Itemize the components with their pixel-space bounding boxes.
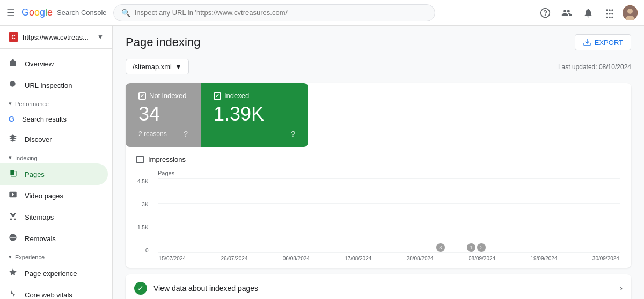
- help-icon[interactable]: [537, 4, 554, 21]
- section-indexing-chevron: ▾: [9, 154, 12, 161]
- site-favicon: C: [9, 32, 18, 42]
- sidebar-item-video-pages[interactable]: Video pages: [0, 185, 108, 206]
- section-experience[interactable]: ▾ Experience: [0, 249, 112, 263]
- notifications-icon[interactable]: [580, 4, 597, 21]
- y-label-4: 4.5K: [137, 178, 149, 184]
- site-selector[interactable]: C https://www.cvtreas... ▼: [0, 26, 112, 49]
- not-indexed-help-icon[interactable]: ?: [184, 130, 188, 138]
- sitemap-filter[interactable]: /sitemap.xml ▼: [126, 59, 189, 74]
- section-performance-label: Performance: [15, 101, 49, 107]
- sitemaps-icon: [9, 212, 17, 222]
- chart-bars: 3 1 2: [158, 178, 620, 253]
- x-label-3: 06/08/2024: [283, 256, 310, 261]
- pages-label: Pages: [25, 170, 45, 178]
- indexed-count: 1.39K: [214, 103, 295, 125]
- site-name: https://www.cvtreas...: [23, 33, 93, 41]
- x-label-5: 28/08/2024: [407, 256, 434, 261]
- logo: Google Search Console: [21, 7, 107, 18]
- page-title: Page indexing: [126, 35, 200, 49]
- site-dropdown-icon[interactable]: ▼: [97, 33, 104, 41]
- section-performance-chevron: ▾: [9, 100, 12, 107]
- export-button[interactable]: EXPORT: [575, 34, 631, 50]
- sidebar-item-search-results[interactable]: G Search results: [0, 109, 108, 129]
- sidebar-item-removals[interactable]: Removals: [0, 228, 108, 249]
- annotation-3: 3: [436, 243, 445, 252]
- video-pages-icon: [9, 190, 17, 201]
- chart-header: Impressions: [136, 155, 620, 163]
- sidebar-item-overview[interactable]: Overview: [0, 53, 108, 74]
- url-inspection-label: URL Inspection: [25, 81, 72, 89]
- main-content: Page indexing EXPORT /sitemap.xml ▼ Last…: [113, 26, 644, 299]
- removals-icon: [9, 233, 17, 244]
- y-label-1: 0: [137, 248, 149, 253]
- sidebar-item-url-inspection[interactable]: URL Inspection: [0, 74, 108, 96]
- indexed-data-row[interactable]: ✓ View data about indexed pages ›: [126, 274, 631, 299]
- svg-point-3: [627, 9, 633, 14]
- avatar[interactable]: [623, 5, 638, 20]
- export-label: EXPORT: [595, 39, 623, 47]
- x-label-1: 15/07/2024: [159, 256, 186, 261]
- impressions-label: Impressions: [148, 155, 186, 163]
- sitemap-dropdown-icon: ▼: [175, 63, 182, 71]
- stats-row: Not indexed 34 2 reasons ? Indexed 1.39K: [126, 83, 631, 147]
- search-icon: 🔍: [121, 9, 130, 17]
- section-performance[interactable]: ▾ Performance: [0, 96, 112, 109]
- x-label-4: 17/08/2024: [345, 256, 371, 261]
- chart-card: Not indexed 34 2 reasons ? Indexed 1.39K: [126, 83, 631, 268]
- sidebar-item-pages[interactable]: Pages: [0, 163, 108, 185]
- svg-marker-12: [9, 268, 16, 275]
- chart-area: Pages 4.5K 3K 1.5K 0: [136, 170, 620, 261]
- search-input[interactable]: [135, 9, 427, 17]
- sidebar-item-discover[interactable]: Discover: [0, 129, 108, 150]
- indexed-help-icon[interactable]: ?: [291, 130, 295, 138]
- x-label-7: 19/09/2024: [530, 256, 557, 261]
- indexed-data-left: ✓ View data about indexed pages: [134, 282, 258, 295]
- indexed-check-icon: ✓: [134, 282, 147, 295]
- logo-sc: Search Console: [57, 9, 107, 17]
- section-indexing[interactable]: ▾ Indexing: [0, 150, 112, 163]
- chart-wrapper: 4.5K 3K 1.5K 0: [158, 178, 620, 261]
- person-add-icon[interactable]: [558, 4, 575, 21]
- x-label-6: 08/09/2024: [469, 256, 495, 261]
- indexed-data-text: View data about indexed pages: [153, 284, 258, 293]
- discover-label: Discover: [25, 136, 52, 144]
- last-updated: Last updated: 08/10/2024: [558, 63, 631, 71]
- search-results-icon: G: [9, 115, 14, 123]
- overview-icon: [9, 58, 17, 69]
- layout: C https://www.cvtreas... ▼ Overview URL …: [0, 26, 644, 299]
- sitemaps-label: Sitemaps: [25, 213, 54, 221]
- chart-y-label: Pages: [158, 170, 620, 176]
- page-experience-label: Page experience: [25, 270, 77, 278]
- x-axis: 15/07/2024 26/07/2024 06/08/2024 17/08/2…: [158, 253, 620, 261]
- sidebar-item-sitemaps[interactable]: Sitemaps: [0, 206, 108, 228]
- logo-text: Google: [21, 7, 53, 18]
- discover-icon: [9, 134, 17, 145]
- indexed-checkbox[interactable]: [214, 92, 221, 100]
- not-indexed-checkbox[interactable]: [138, 92, 146, 100]
- search-results-label: Search results: [22, 115, 67, 123]
- topbar-icons: [537, 4, 638, 21]
- page-header: Page indexing EXPORT: [126, 34, 631, 50]
- topbar: ☰ Google Search Console 🔍: [0, 0, 644, 26]
- not-indexed-label: Not indexed: [149, 92, 186, 100]
- video-pages-label: Video pages: [25, 192, 63, 200]
- core-web-vitals-icon: [9, 289, 17, 299]
- menu-icon[interactable]: ☰: [6, 7, 15, 19]
- impressions-checkbox[interactable]: [136, 156, 144, 163]
- sidebar-item-page-experience[interactable]: Page experience: [0, 263, 108, 284]
- check-symbol: ✓: [137, 284, 144, 293]
- sidebar-item-core-web-vitals[interactable]: Core web vitals: [0, 284, 108, 299]
- y-axis: 4.5K 3K 1.5K 0: [137, 178, 149, 253]
- section-experience-label: Experience: [15, 254, 45, 260]
- search-box[interactable]: 🔍: [113, 4, 435, 21]
- section-experience-chevron: ▾: [9, 253, 12, 260]
- chevron-right-icon: ›: [620, 283, 623, 293]
- chart-section: Impressions Pages 4.5K 3K 1.5K 0: [126, 147, 631, 268]
- sidebar: C https://www.cvtreas... ▼ Overview URL …: [0, 26, 113, 299]
- pages-icon: [9, 169, 17, 180]
- not-indexed-sub: 2 reasons: [138, 130, 167, 138]
- not-indexed-card: Not indexed 34 2 reasons ?: [126, 83, 201, 147]
- apps-icon[interactable]: [601, 4, 618, 21]
- indexed-card: Indexed 1.39K ?: [201, 83, 308, 147]
- annotation-2: 2: [477, 243, 486, 252]
